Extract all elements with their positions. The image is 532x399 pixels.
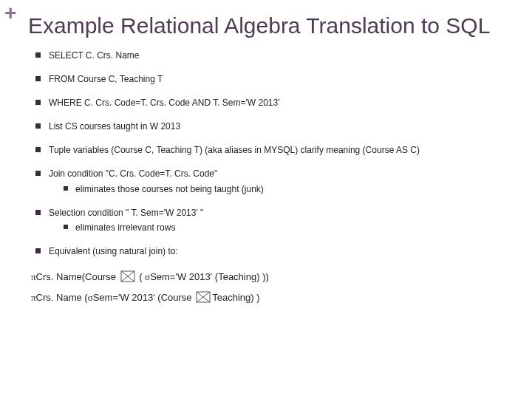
- formula-text: Sem='W 2013' (Course: [93, 292, 195, 303]
- list-item: Join condition "C. Crs. Code=T. Crs. Cod…: [35, 168, 510, 194]
- pi-symbol: π: [31, 292, 36, 303]
- pi-symbol: π: [31, 271, 36, 282]
- list-item-label: Selection condition " T. Sem='W 2013' ": [49, 208, 203, 218]
- sigma-symbol: σ: [88, 292, 93, 303]
- slide-title: Example Relational Algebra Translation t…: [28, 13, 510, 39]
- list-item: eliminates those courses not being taugh…: [64, 183, 510, 195]
- list-item: WHERE C. Crs. Code=T. Crs. Code AND T. S…: [35, 97, 510, 109]
- list-item: FROM Course C, Teaching T: [35, 73, 510, 85]
- list-item: eliminates irrelevant rows: [64, 222, 510, 233]
- slide: + Example Relational Algebra Translation…: [0, 0, 532, 399]
- formula-text: Crs. Name (: [36, 292, 88, 303]
- bullet-list: SELECT C. Crs. Name FROM Course C, Teach…: [35, 50, 510, 258]
- list-item-label: Join condition "C. Crs. Code=T. Crs. Cod…: [49, 168, 217, 179]
- formula-text: (: [137, 271, 146, 282]
- nested-list: eliminates irrelevant rows: [64, 222, 510, 233]
- formula-line-1: πCrs. Name(Course ( σSem='W 2013' (Teach…: [31, 269, 510, 285]
- list-item: SELECT C. Crs. Name: [35, 50, 510, 61]
- plus-icon: +: [4, 1, 16, 25]
- list-item: Equivalent (using natural join) to:: [35, 245, 510, 257]
- formula-text: Teaching) ): [212, 292, 259, 303]
- formula-text: Sem='W 2013' (Teaching) )): [150, 271, 269, 282]
- natural-join-icon: [196, 291, 211, 303]
- list-item: Tuple variables (Course C, Teaching T) (…: [35, 144, 510, 156]
- nested-list: eliminates those courses not being taugh…: [64, 183, 510, 195]
- natural-join-icon: [120, 270, 135, 282]
- formula-line-2: πCrs. Name (σSem='W 2013' (Course Teachi…: [31, 290, 510, 306]
- formula-text: Crs. Name(Course: [36, 271, 119, 282]
- list-item: Selection condition " T. Sem='W 2013' " …: [35, 207, 510, 233]
- list-item: List CS courses taught in W 2013: [35, 120, 510, 132]
